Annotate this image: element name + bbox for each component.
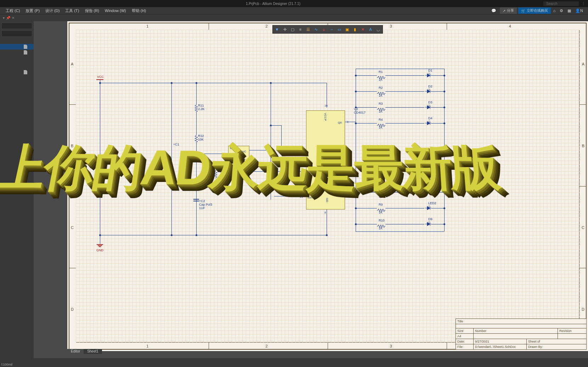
c2-label: +C2Cap Pol31UF [199, 200, 212, 210]
buy-button[interactable]: 🛒立即在线购买 [518, 7, 551, 14]
led[interactable] [424, 73, 431, 78]
part-icon[interactable]: ▣ [344, 26, 351, 33]
coord-top: 4 [509, 24, 511, 28]
r11-label: R112.2K [198, 104, 205, 111]
sec-bar: ▾ 📌 ✕ [0, 14, 588, 21]
menu-design[interactable]: 设计 (D) [43, 7, 62, 14]
filter-icon[interactable]: ▼ [273, 26, 281, 33]
document-icon [24, 45, 27, 49]
gnd-icon[interactable]: ⏚ [320, 26, 327, 33]
menu-window[interactable]: Window (W) [102, 8, 129, 13]
led[interactable] [424, 206, 431, 211]
align-icon[interactable]: ≡ [297, 26, 304, 33]
move-icon[interactable]: ✢ [281, 26, 288, 33]
harness-icon[interactable]: ▮ [351, 26, 358, 33]
r-value: 1K [379, 227, 383, 230]
r-label: R10 [379, 219, 385, 223]
search-input[interactable]: Search [543, 1, 579, 6]
chat-icon[interactable]: 💬 [489, 8, 498, 14]
gnd-symbol [97, 244, 103, 247]
document-icon [24, 70, 27, 74]
r11[interactable] [195, 104, 198, 113]
r-value: 1K [379, 94, 383, 98]
resistor[interactable] [377, 106, 385, 109]
r-value: 1K [379, 211, 383, 214]
active-bar: ▼ ✢ ▢ ≡ ☰ ∿ ⏚ ⎓ ▭ ▣ ▮ ✕ A ◡ [272, 25, 383, 34]
tab-dropdown-icon[interactable]: ▾ [3, 16, 5, 20]
led-label: D4 [428, 117, 432, 120]
user-icon[interactable]: 👤N [573, 8, 585, 14]
led[interactable] [424, 105, 431, 110]
led-label: D3 [428, 101, 432, 104]
schematic-sheet[interactable]: 1 2 3 4 1 2 3 4 A B C D A B C D [67, 21, 588, 351]
r-value-extra: 1K [379, 180, 383, 184]
resistor[interactable] [377, 207, 385, 210]
c1-label: +C1 [173, 143, 179, 147]
r12[interactable] [195, 134, 198, 143]
led[interactable] [424, 121, 431, 126]
tree-item-active[interactable] [0, 44, 34, 50]
coord-left: B [71, 144, 73, 148]
coord-top: 1 [146, 24, 148, 28]
resistor[interactable] [377, 74, 385, 77]
u2-body[interactable] [306, 110, 345, 210]
coord-bot: 3 [390, 344, 392, 348]
editor-tab[interactable]: Editor [67, 349, 84, 354]
resistor[interactable] [377, 122, 385, 125]
menu-project[interactable]: 工程 (C) [3, 7, 23, 14]
title-bar: 1.PrjPcb - Altium Designer (21.7.1) Sear… [0, 0, 588, 7]
r-label: R3 [379, 102, 383, 106]
vcc-label: VCC [97, 75, 104, 79]
menu-bar: 工程 (C) 放置 (P) 设计 (D) 工具 (T) 报告 (R) Windo… [0, 7, 588, 14]
pin-icon[interactable]: 📌 [6, 16, 10, 20]
r-label: R4 [379, 118, 383, 122]
home-icon[interactable]: ⌂ [551, 8, 558, 13]
project-filter-input[interactable] [1, 30, 32, 37]
coord-top: 3 [390, 24, 392, 28]
led[interactable] [424, 222, 431, 226]
r-value: 1K [379, 195, 383, 199]
led[interactable] [424, 190, 431, 195]
tree-item[interactable] [0, 50, 34, 55]
gear-icon[interactable]: ⚙ [558, 8, 565, 14]
menu-report[interactable]: 报告 (R) [82, 7, 102, 14]
coord-top: 2 [266, 24, 268, 28]
net-icon[interactable]: ⎓ [328, 26, 335, 33]
resistor[interactable] [377, 223, 385, 225]
sheet-tab[interactable]: Sheet1 [84, 349, 102, 354]
led-label: D9 [428, 218, 432, 221]
resistor[interactable] [377, 191, 385, 194]
close-panel-icon[interactable]: ✕ [12, 16, 15, 20]
gnd-rail [100, 235, 327, 235]
share-button[interactable]: ↗分享 [500, 7, 517, 14]
noerc-icon[interactable]: ✕ [359, 26, 366, 33]
r-value: 1K [379, 78, 383, 82]
cursor-position: l:100mil [1, 363, 12, 367]
coord-right: C [582, 225, 584, 230]
coord-bot: 1 [146, 344, 148, 348]
dropdown-icon[interactable]: ⋮ [582, 1, 585, 6]
r13[interactable] [214, 170, 217, 178]
port-icon[interactable]: ▭ [336, 26, 343, 33]
arc-icon[interactable]: ◡ [375, 26, 382, 33]
r-label: R9 [379, 203, 383, 207]
list-icon[interactable]: ☰ [305, 26, 312, 33]
grid-icon[interactable]: ▦ [565, 8, 573, 14]
tree-item[interactable] [0, 69, 34, 75]
led[interactable] [424, 89, 431, 94]
menu-tools[interactable]: 工具 (T) [62, 7, 82, 14]
wire-icon[interactable]: ∿ [312, 26, 320, 33]
canvas-area: 1 2 3 4 1 2 3 4 A B C D A B C D [34, 21, 588, 358]
document-icon [24, 50, 27, 55]
led-label: D1 [428, 69, 432, 73]
rect-icon[interactable]: ▢ [289, 26, 296, 33]
coord-right: B [582, 144, 584, 148]
menu-place[interactable]: 放置 (P) [23, 7, 43, 14]
project-search-input[interactable] [1, 23, 32, 29]
text-icon[interactable]: A [367, 26, 374, 33]
schematic-canvas[interactable]: VCC R112.2K R1210K +C1 R13 [76, 30, 579, 343]
resistor[interactable] [377, 90, 385, 93]
app-title: 1.PrjPcb - Altium Designer (21.7.1) [3, 2, 543, 6]
menu-help[interactable]: 帮助 (H) [129, 7, 149, 14]
led-label: LED2 [428, 202, 436, 205]
